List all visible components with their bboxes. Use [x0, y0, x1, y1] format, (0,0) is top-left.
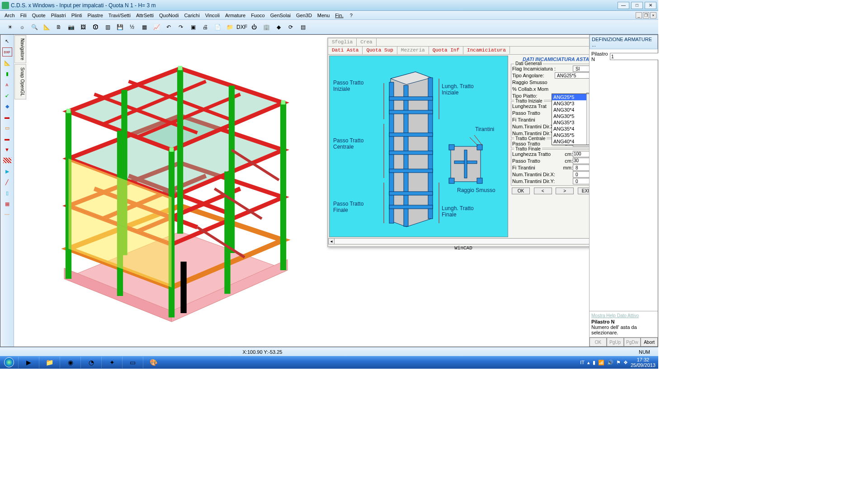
menu-armature[interactable]: Armature: [222, 12, 248, 19]
hatch-icon[interactable]: ▦: [139, 22, 150, 33]
exit-button[interactable]: EXIT: [578, 188, 589, 194]
pilastro-n-input[interactable]: [610, 53, 658, 60]
snap-opengl-tab[interactable]: Snap OpenGL: [14, 64, 26, 99]
sun-icon[interactable]: ☀: [5, 22, 15, 33]
dropdown-opt-7[interactable]: ANG40*4: [552, 138, 589, 145]
task-app1[interactable]: ◔: [80, 357, 101, 368]
tab-crea[interactable]: Crea: [357, 38, 376, 46]
save-icon[interactable]: 💾: [114, 22, 125, 33]
magnifier-icon[interactable]: 🔍: [29, 22, 40, 33]
task-cds[interactable]: ✦: [101, 357, 122, 368]
tray-battery-icon[interactable]: ▮: [593, 360, 595, 366]
arrow-tool-icon[interactable]: ↖: [2, 37, 12, 46]
blue-box-tool-icon[interactable]: ◆: [2, 102, 12, 111]
orange-slab-tool-icon[interactable]: ▭: [2, 123, 12, 132]
mdi-minimize-button[interactable]: _: [636, 12, 642, 19]
menu-piastre[interactable]: Piastre: [85, 12, 106, 19]
column-tool-icon[interactable]: ▮: [2, 69, 12, 78]
minimize-button[interactable]: —: [618, 2, 629, 9]
eraser-icon[interactable]: ◆: [273, 22, 284, 33]
num-tir-y-fin-input[interactable]: 0: [573, 178, 589, 184]
dropdown-opt-1[interactable]: ANG30*3: [552, 100, 589, 107]
dropdown-scrollbar[interactable]: [586, 94, 589, 145]
panel-icon[interactable]: ▤: [297, 22, 308, 33]
menu-arch[interactable]: Arch: [2, 12, 18, 19]
numbers-icon[interactable]: ½: [127, 22, 137, 33]
menu-gensolai[interactable]: GenSolai: [268, 12, 293, 19]
menu-fuoco[interactable]: Fuoco: [248, 12, 268, 19]
num-tir-x-fin-input[interactable]: 0: [573, 171, 589, 178]
menu-help[interactable]: ?: [347, 12, 355, 19]
building-icon[interactable]: 🏢: [261, 22, 272, 33]
task-explorer[interactable]: 📁: [39, 357, 60, 368]
dropdown-opt-2[interactable]: ANG30*4: [552, 107, 589, 113]
scroll-track[interactable]: [335, 238, 589, 244]
cyan-flag-tool-icon[interactable]: ▶: [2, 167, 12, 176]
navigator-tab[interactable]: Navigatore: [14, 35, 26, 63]
camera-icon[interactable]: 📷: [66, 22, 76, 33]
mdi-close-button[interactable]: ×: [650, 12, 656, 19]
rotate-icon[interactable]: ⟳: [285, 22, 296, 33]
tab-dati-asta[interactable]: Dati Asta: [328, 47, 363, 54]
menu-travi-setti[interactable]: Travi/Setti: [106, 12, 133, 19]
columns-icon[interactable]: ▥: [102, 22, 113, 33]
lightbulb-icon[interactable]: ☼: [17, 22, 28, 33]
docs-icon[interactable]: 🗎: [53, 22, 64, 33]
right-abort-button[interactable]: Abort: [641, 338, 658, 347]
prev-button[interactable]: <: [534, 188, 552, 194]
menu-menu[interactable]: Menu: [315, 12, 333, 19]
task-paint[interactable]: 🎨: [143, 357, 164, 368]
menu-fili[interactable]: Fili: [18, 12, 29, 19]
tray-flag-icon[interactable]: ⚑: [616, 360, 621, 366]
menu-quote[interactable]: Quote: [29, 12, 48, 19]
tray-misc-icon[interactable]: ❖: [623, 360, 628, 366]
blueprint-icon[interactable]: 📐: [41, 22, 52, 33]
task-media-player[interactable]: ▶: [18, 357, 39, 368]
task-window[interactable]: ▭: [122, 357, 143, 368]
dxf-tool-icon[interactable]: DXF: [2, 47, 12, 56]
passo-fin-input[interactable]: [573, 158, 589, 164]
green-arrow-tool-icon[interactable]: ↙: [2, 91, 12, 100]
drawing-icon[interactable]: ▣: [188, 22, 198, 33]
menu-gen3d[interactable]: Gen3D: [293, 12, 315, 19]
printer-icon[interactable]: 🖨: [200, 22, 211, 33]
fi-tir-fin-input[interactable]: 8: [573, 164, 589, 171]
task-chrome[interactable]: ◉: [60, 357, 80, 368]
menu-vincoli[interactable]: Vincoli: [203, 12, 222, 19]
tray-up-icon[interactable]: ▴: [587, 360, 590, 366]
red-down-tool-icon[interactable]: ▼: [2, 145, 12, 154]
tipo-angolare-dropdown[interactable]: ANG25*5 ANG30*3 ANG30*4 ANG30*5 ANG35*3 …: [552, 94, 589, 145]
tab-incamiciatura[interactable]: Incamiciatura: [463, 47, 510, 54]
tray-lang[interactable]: IT: [580, 360, 585, 365]
flag-incamiciatura-select[interactable]: SI: [573, 66, 589, 72]
red-block-tool-icon[interactable]: ▬: [2, 134, 12, 143]
dropdown-opt-3[interactable]: ANG30*5: [552, 113, 589, 119]
right-pgup-button[interactable]: PgUp: [607, 338, 624, 347]
folder-icon[interactable]: 📁: [224, 22, 235, 33]
ok-button[interactable]: OK: [512, 188, 530, 194]
dropdown-opt-0[interactable]: ANG25*5: [552, 94, 589, 100]
graph-icon[interactable]: 📈: [151, 22, 162, 33]
menu-pilastri[interactable]: Pilastri: [48, 12, 69, 19]
bmp-icon[interactable]: 🖼: [78, 22, 89, 33]
3d-viewport[interactable]: Sfoglia Crea Dati Asta Quota Sup Mezzeri…: [27, 35, 589, 347]
help-link[interactable]: Mostra Help Dato Attivo: [591, 313, 656, 318]
dropdown-opt-4[interactable]: ANG35*3: [552, 119, 589, 126]
lungh-fin-input[interactable]: [573, 151, 589, 157]
flag-tool-icon[interactable]: [2, 156, 12, 165]
next-button[interactable]: >: [556, 188, 574, 194]
undo-icon[interactable]: ↶: [163, 22, 174, 33]
dropdown-opt-5[interactable]: ANG35*4: [552, 126, 589, 132]
menu-attr-setti[interactable]: AttrSetti: [133, 12, 156, 19]
red-beam-tool-icon[interactable]: ▬: [2, 113, 12, 122]
right-pgdw-button[interactable]: PgDw: [624, 338, 641, 347]
tray-clock[interactable]: 17:32 25/09/2013: [631, 357, 656, 368]
cyan-panel-tool-icon[interactable]: ▯: [2, 188, 12, 197]
menu-fin[interactable]: Fin.: [332, 12, 346, 19]
dropdown-opt-6[interactable]: ANG35*5: [552, 132, 589, 138]
tray-volume-icon[interactable]: 🔊: [607, 360, 613, 366]
menu-carichi[interactable]: Carichi: [181, 12, 202, 19]
menu-quo-nodi[interactable]: QuoNodi: [156, 12, 181, 19]
right-ok-button[interactable]: OK: [590, 338, 607, 347]
red-strut-tool-icon[interactable]: ╱: [2, 178, 12, 187]
